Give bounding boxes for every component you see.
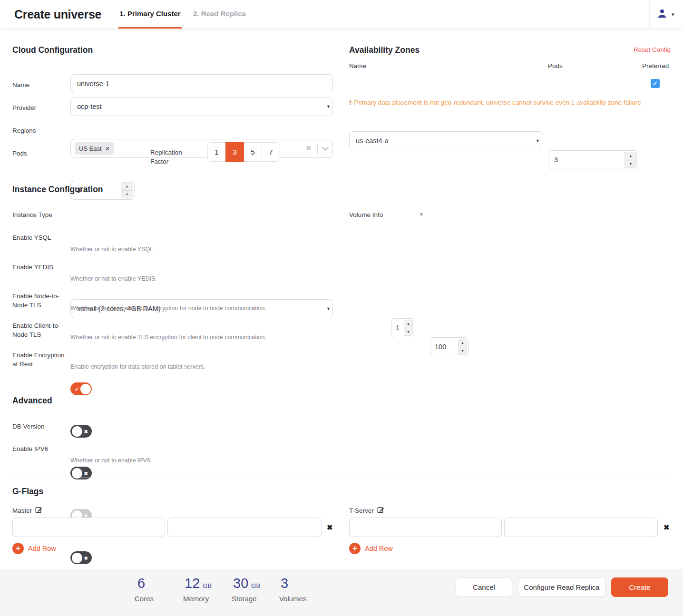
warning-text: Primary data placement is not geo-redund… xyxy=(354,99,641,106)
stat-volumes: 3 Volumes xyxy=(281,576,307,603)
edit-icon[interactable] xyxy=(35,506,42,515)
stepper-up-icon[interactable]: ▲ xyxy=(121,183,133,191)
rf-option-3-selected[interactable]: 3 xyxy=(225,142,244,162)
geo-redundancy-warning: ! Primary data placement is not geo-redu… xyxy=(349,99,663,106)
stepper-down-icon[interactable]: ▼ xyxy=(459,347,467,355)
active-tab-indicator xyxy=(118,27,182,29)
az-col-preferred: Preferred xyxy=(642,62,669,69)
remove-region-icon[interactable]: ✕ xyxy=(106,146,109,151)
volume-count-stepper[interactable]: 1 ▲ ▼ xyxy=(391,318,414,337)
master-gflag-value-input[interactable] xyxy=(167,518,322,537)
preferred-checkbox[interactable]: ✓ xyxy=(651,79,660,88)
select-caret-icon: ▼ xyxy=(326,104,331,109)
enable-ysql-label: Enable YSQL xyxy=(12,233,67,242)
instance-configuration-heading: Instance Configuration xyxy=(12,185,103,195)
name-label: Name xyxy=(12,80,29,89)
memory-label: Memory xyxy=(183,595,212,603)
rf-option-7[interactable]: 7 xyxy=(262,142,280,162)
stepper-up-icon[interactable]: ▲ xyxy=(404,320,412,328)
volumes-value: 3 xyxy=(281,576,288,591)
master-add-row-button[interactable]: + Add Row xyxy=(12,543,56,554)
plus-icon: + xyxy=(349,543,361,554)
enable-yedis-toggle[interactable]: ✖ xyxy=(70,425,92,438)
replication-factor-group: 1 3 5 7 xyxy=(207,142,280,162)
regions-multiselect[interactable]: US East ✕ ✕ xyxy=(70,139,333,158)
region-chip: US East ✕ xyxy=(75,142,114,155)
enable-node-to-node-tls-help: Whether or not to enable TLS Encryption … xyxy=(70,305,266,312)
universe-name-input[interactable] xyxy=(70,74,333,93)
az-col-name: Name xyxy=(349,62,366,69)
reset-config-link[interactable]: Reset Config xyxy=(634,46,671,53)
tserver-add-row-button[interactable]: + Add Row xyxy=(349,543,393,554)
rf-option-1[interactable]: 1 xyxy=(207,142,226,162)
edit-icon[interactable] xyxy=(377,506,384,515)
cloud-configuration-heading: Cloud Configuration xyxy=(12,45,93,55)
select-caret-icon: ▼ xyxy=(326,306,331,311)
chevron-down-icon[interactable] xyxy=(322,145,329,152)
storage-unit: GB xyxy=(251,582,260,589)
plus-icon: + xyxy=(12,543,24,554)
stepper-down-icon[interactable]: ▼ xyxy=(625,160,636,168)
storage-value: 30 xyxy=(233,576,248,591)
storage-label: Storage xyxy=(232,595,260,603)
warning-icon: ! xyxy=(349,99,351,106)
stat-cores: 6 Cores xyxy=(137,576,154,603)
rf-option-5[interactable]: 5 xyxy=(244,142,262,162)
configure-read-replica-button[interactable]: Configure Read Replica xyxy=(518,577,605,597)
check-icon: ✓ xyxy=(75,386,79,392)
az-name-select[interactable]: us-east4-a ▼ xyxy=(349,131,542,150)
enable-encryption-at-rest-label: Enable Encryption at Rest xyxy=(12,351,67,369)
cancel-button[interactable]: Cancel xyxy=(456,577,512,597)
remove-tserver-row-icon[interactable]: ✖ xyxy=(663,518,670,537)
enable-ipv6-help: Whether or not to enable IPV6. xyxy=(70,457,152,464)
pods-label: Pods xyxy=(12,149,27,158)
header-divider xyxy=(649,0,650,29)
volume-multiply-sign: × xyxy=(420,211,423,218)
toggle-knob xyxy=(80,384,91,394)
stepper-down-icon[interactable]: ▼ xyxy=(404,328,412,336)
stepper-up-icon[interactable]: ▲ xyxy=(625,152,636,160)
enable-yedis-label: Enable YEDIS xyxy=(12,263,67,272)
toggle-knob xyxy=(72,426,82,437)
tab-primary-cluster[interactable]: 1. Primary Cluster xyxy=(118,0,182,27)
tserver-gflag-name-input[interactable] xyxy=(349,518,502,537)
volume-size-stepper[interactable]: 100 ▲ ▼ xyxy=(430,337,468,356)
enable-client-to-node-tls-help: Whether or not to enable TLS encryption … xyxy=(70,334,266,341)
enable-encryption-at-rest-help: Enable encryption for data stored on tab… xyxy=(70,363,205,370)
tserver-gflag-value-input[interactable] xyxy=(504,518,658,537)
master-label-text: Master xyxy=(12,507,32,514)
az-pods-value: 3 xyxy=(554,156,558,164)
enable-ipv6-label: Enable IPV6 xyxy=(12,444,67,453)
user-menu[interactable]: ▾ xyxy=(657,0,674,29)
stat-memory: 12GB Memory xyxy=(185,576,212,603)
stepper-buttons: ▲ ▼ xyxy=(404,320,413,336)
volume-info-label: Volume Info xyxy=(349,210,383,219)
user-icon xyxy=(657,8,667,20)
provider-select[interactable]: ocp-test ▼ xyxy=(70,97,333,116)
close-icon: ✖ xyxy=(84,470,88,476)
stepper-down-icon[interactable]: ▼ xyxy=(121,191,133,198)
stepper-buttons: ▲ ▼ xyxy=(121,182,133,198)
toggle-knob xyxy=(72,468,82,479)
provider-label: Provider xyxy=(12,103,36,112)
enable-ysql-help: Whether or not to enable YSQL. xyxy=(70,246,155,253)
advanced-heading: Advanced xyxy=(12,396,52,406)
remove-master-row-icon[interactable]: ✖ xyxy=(327,518,333,537)
enable-ysql-toggle[interactable]: ✓ xyxy=(70,382,92,395)
az-col-pods: Pods xyxy=(548,62,563,69)
stepper-up-icon[interactable]: ▲ xyxy=(459,339,467,347)
replication-factor-label: Replication Factor xyxy=(150,148,182,166)
az-pods-stepper[interactable]: 3 ▲ ▼ xyxy=(548,150,638,169)
memory-value: 12 xyxy=(185,576,200,591)
stepper-buttons: ▲ ▼ xyxy=(458,339,467,355)
master-gflag-name-input[interactable] xyxy=(12,518,165,537)
enable-node-to-node-tls-label: Enable Node-to-Node TLS xyxy=(12,292,67,310)
clear-regions-icon[interactable]: ✕ xyxy=(305,144,312,153)
tab-read-replica[interactable]: 2. Read Replica xyxy=(193,0,246,27)
close-icon: ✖ xyxy=(84,429,88,434)
instance-type-label: Instance Type xyxy=(12,210,52,219)
create-button[interactable]: Create xyxy=(611,577,668,597)
az-name-value: us-east4-a xyxy=(356,137,389,145)
volumes-label: Volumes xyxy=(279,595,307,603)
enable-encryption-at-rest-toggle[interactable]: ✖ xyxy=(70,551,92,564)
